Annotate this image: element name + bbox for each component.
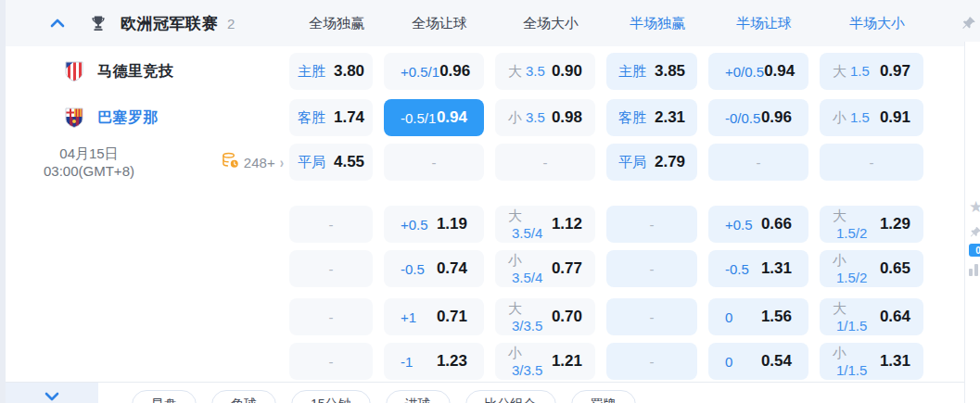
ou-line: 1.5 [850, 63, 870, 79]
pushpin-icon[interactable] [961, 15, 977, 35]
right-rail: ★ 0 [964, 42, 980, 403]
odds-cell[interactable]: -11.23 [384, 343, 484, 380]
odds-cell[interactable]: 小3.50.98 [495, 99, 595, 136]
ou-line: 3.5 [526, 109, 545, 125]
away-team-row[interactable]: 巴塞罗那 [6, 99, 159, 136]
odds-cell[interactable]: 小3.5/40.77 [495, 250, 595, 287]
ou-selection: 大1.5 [833, 63, 870, 81]
coin-clock-icon [222, 152, 239, 172]
odds-cell[interactable]: 大3.50.90 [495, 53, 595, 90]
ou-side-label: 小 [508, 252, 522, 268]
odds-cell[interactable]: 大1.50.97 [820, 53, 923, 90]
match-row: 马德里竞技 [6, 46, 980, 380]
odds-value: 2.31 [655, 108, 685, 127]
chevron-right-icon: › [280, 153, 284, 171]
ou-selection: 小1.5 [833, 109, 870, 127]
odds-row-7: --11.23小3/3.51.21-00.54小1/1.51.31 [289, 343, 923, 380]
selection-label: 0 [725, 354, 732, 370]
odds-cell[interactable]: -0.5/10.94 [384, 99, 484, 136]
odds-cell[interactable]: +0.5/10.96 [384, 53, 484, 90]
stats-icon[interactable] [969, 264, 980, 276]
selection-label: 主胜 [618, 63, 646, 81]
ou-selection: 大3.5/4 [508, 208, 552, 242]
odds-cell[interactable]: 大3/3.50.70 [495, 298, 595, 335]
odds-cell[interactable]: 小1/1.51.31 [820, 343, 923, 380]
pin-icon[interactable] [969, 225, 980, 243]
ou-line: 1/1.5 [836, 362, 867, 378]
odds-value: 0.74 [437, 259, 467, 278]
odds-cell[interactable]: 客胜2.31 [606, 99, 697, 136]
odds-value: 0.77 [552, 259, 582, 278]
odds-value: 1.19 [437, 215, 467, 233]
ou-side-label: 大 [508, 300, 522, 316]
star-icon[interactable]: ★ [969, 197, 980, 217]
odds-cell[interactable]: 主胜3.85 [606, 53, 697, 90]
collapse-league-button[interactable] [50, 15, 65, 31]
market-pill-5[interactable]: 比分组合 [465, 390, 556, 403]
odds-row-6: -+10.71大3/3.50.70-01.56大1/1.50.64 [289, 298, 923, 335]
ou-side-label: 大 [508, 63, 522, 79]
odds-value: 1.12 [552, 215, 582, 233]
odds-cell[interactable]: +0/0.50.94 [708, 53, 808, 90]
odds-cell[interactable]: 01.56 [708, 298, 808, 335]
ou-line: 3.5/4 [512, 225, 542, 241]
home-team-row[interactable]: 马德里竞技 [6, 53, 174, 90]
odds-cell-empty: - [820, 144, 923, 181]
ou-line: 1.5 [850, 109, 870, 125]
odds-cell[interactable]: 小1.50.91 [820, 99, 923, 136]
empty-odds-dash: - [329, 309, 334, 325]
market-pill-2[interactable]: 角球 [211, 390, 276, 403]
odds-cell[interactable]: 平局2.79 [606, 144, 697, 181]
odds-cell[interactable]: +0.51.19 [384, 206, 484, 243]
market-pill-3[interactable]: 15分钟 [291, 390, 371, 403]
ou-side-label: 大 [833, 208, 846, 223]
odds-value: 0.91 [880, 108, 910, 127]
market-pill-4[interactable]: 进球 [386, 390, 451, 403]
odds-cell[interactable]: -0.50.74 [384, 250, 484, 287]
odds-cell[interactable]: 大1.5/21.29 [820, 206, 923, 243]
ou-selection: 小1.5/2 [833, 252, 880, 286]
empty-odds-dash: - [329, 354, 334, 370]
collapse-match-button[interactable] [6, 383, 98, 403]
odds-value: 0.70 [552, 308, 582, 326]
odds-value: 0.97 [880, 62, 910, 81]
odds-cell[interactable]: +10.71 [384, 298, 484, 335]
ou-side-label: 小 [508, 109, 522, 125]
selection-label: 主胜 [298, 63, 325, 81]
selection-label: 客胜 [618, 109, 646, 127]
selection-label: -0/0.5 [725, 110, 760, 126]
zero-badge[interactable]: 0 [969, 244, 980, 257]
odds-value: 2.79 [655, 153, 685, 171]
more-markets-link[interactable]: 248+ › [222, 152, 284, 172]
ou-selection: 大1/1.5 [833, 300, 880, 334]
ou-selection: 小1/1.5 [833, 345, 880, 379]
odds-row-2: 客胜1.74-0.5/10.94小3.50.98客胜2.31-0/0.50.96… [289, 99, 923, 136]
odds-cell[interactable]: 平局4.55 [289, 144, 373, 181]
odds-value: 1.29 [880, 215, 910, 233]
odds-cell[interactable]: 主胜3.80 [289, 53, 373, 90]
odds-cell[interactable]: 小3/3.51.21 [495, 343, 595, 380]
odds-cell[interactable]: 00.54 [708, 343, 808, 380]
odds-cell-empty: - [289, 298, 373, 335]
odds-cell[interactable]: 小1.5/20.65 [820, 250, 923, 287]
market-pill-6[interactable]: 罚牌 [571, 390, 636, 403]
selection-label: +0.5 [401, 217, 428, 233]
odds-cell-empty: - [495, 144, 595, 181]
market-pill-1[interactable]: 早盘 [132, 390, 197, 403]
selection-label: +0/0.5 [725, 64, 764, 80]
home-team-name: 马德里竞技 [97, 62, 174, 82]
selection-label: -0.5 [725, 261, 749, 277]
odds-cell-empty: - [289, 343, 373, 380]
odds-cell[interactable]: -0/0.50.96 [708, 99, 808, 136]
odds-cell-empty: - [606, 298, 697, 335]
odds-cell-empty: - [606, 206, 697, 243]
odds-cell[interactable]: 客胜1.74 [289, 99, 373, 136]
odds-cell[interactable]: 大3.5/41.12 [495, 206, 595, 243]
selection-label: 平局 [298, 154, 325, 171]
kickoff-clock: 03:00(GMT+8) [24, 162, 154, 180]
odds-cell[interactable]: -0.51.31 [708, 250, 808, 287]
odds-cell[interactable]: +0.50.66 [708, 206, 808, 243]
ou-line: 3/3.5 [512, 362, 542, 378]
column-header-half-5: 半场大小 [825, 15, 929, 32]
odds-cell[interactable]: 大1/1.50.64 [820, 298, 923, 335]
